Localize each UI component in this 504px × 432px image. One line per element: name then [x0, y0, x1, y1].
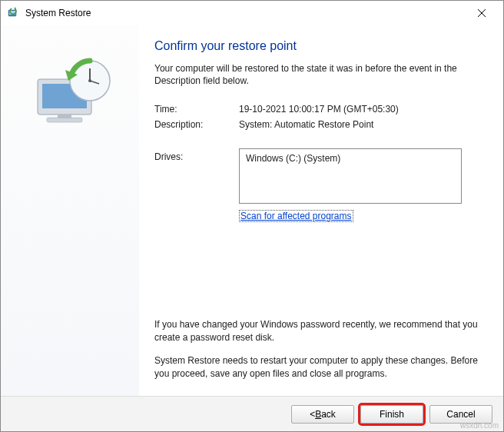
- back-button[interactable]: < Back: [291, 405, 354, 424]
- back-button-suffix: ack: [321, 409, 336, 420]
- drives-label: Drives:: [154, 148, 239, 204]
- password-note: If you have changed your Windows passwor…: [154, 318, 482, 344]
- system-restore-window: System Restore: [0, 0, 504, 432]
- svg-rect-8: [58, 115, 71, 118]
- drives-item[interactable]: Windows (C:) (System): [246, 153, 455, 164]
- intro-text: Your computer will be restored to the st…: [154, 62, 482, 87]
- finish-button[interactable]: Finish: [360, 405, 423, 424]
- time-label: Time:: [154, 104, 239, 115]
- description-label: Description:: [154, 119, 239, 130]
- drives-listbox[interactable]: Windows (C:) (System): [239, 148, 462, 204]
- time-value: 19-10-2021 10:00:17 PM (GMT+05:30): [239, 104, 482, 115]
- time-row: Time: 19-10-2021 10:00:17 PM (GMT+05:30): [154, 104, 482, 115]
- window-title: System Restore: [25, 8, 466, 18]
- description-row: Description: System: Automatic Restore P…: [154, 119, 482, 130]
- scan-affected-programs-link[interactable]: Scan for affected programs: [239, 210, 353, 222]
- content-panel: Confirm your restore point Your computer…: [139, 25, 503, 396]
- finish-button-label: Finish: [380, 409, 404, 420]
- scan-link-row: Scan for affected programs: [239, 210, 462, 222]
- page-heading: Confirm your restore point: [154, 39, 482, 53]
- cancel-button[interactable]: Cancel: [429, 405, 492, 424]
- dialog-body: Confirm your restore point Your computer…: [1, 25, 503, 396]
- restore-illustration-icon: [16, 47, 124, 139]
- restart-note: System Restore needs to restart your com…: [154, 354, 482, 380]
- description-value: System: Automatic Restore Point: [239, 119, 482, 130]
- system-restore-icon: [7, 7, 19, 19]
- back-button-accesskey: B: [315, 409, 321, 420]
- titlebar: System Restore: [1, 1, 503, 25]
- close-button[interactable]: [466, 2, 497, 24]
- left-illustration-panel: [1, 25, 139, 396]
- drives-row: Drives: Windows (C:) (System): [154, 148, 482, 204]
- cancel-button-label: Cancel: [446, 409, 475, 420]
- spacer: [154, 222, 482, 311]
- back-button-prefix: <: [310, 409, 315, 420]
- close-icon: [477, 8, 486, 18]
- footer-button-bar: < Back Finish Cancel: [1, 396, 503, 431]
